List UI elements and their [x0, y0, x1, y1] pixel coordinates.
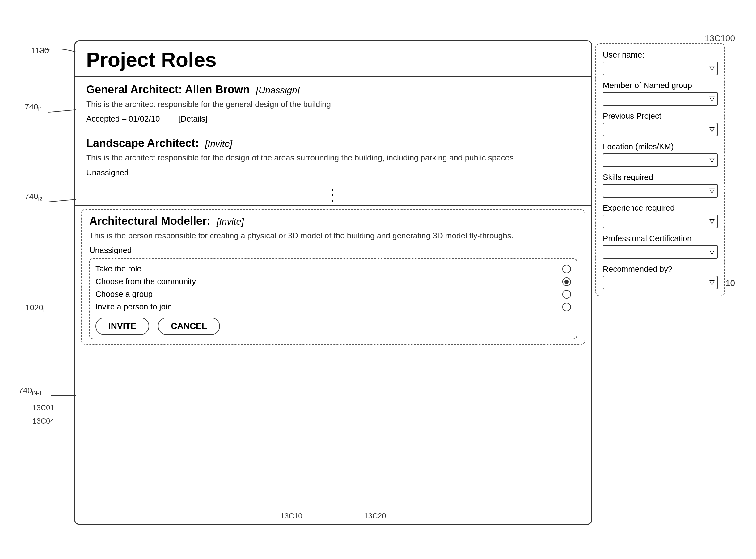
role-card-2: Landscape Architect: [Invite] This is th…: [75, 131, 591, 184]
filter-field-experience: Experience required ▽: [603, 203, 718, 228]
role1-details[interactable]: [Details]: [179, 114, 208, 124]
chevron-down-icon-8: ▽: [709, 278, 715, 287]
filter-field-certification: Professional Certification ▽: [603, 234, 718, 259]
filter-dropdown-certification[interactable]: ▽: [603, 245, 718, 259]
role1-action[interactable]: [Unassign]: [256, 85, 300, 95]
role3-header: Architectural Modeller: [Invite]: [89, 215, 577, 227]
annotation-line-1020: [51, 312, 75, 312]
filter-dropdown-group[interactable]: ▽: [603, 92, 718, 106]
filter-dropdown-project[interactable]: ▽: [603, 123, 718, 136]
role3-status: Unassigned: [89, 245, 577, 255]
role-card-3-outer: Architectural Modeller: [Invite] This is…: [75, 206, 591, 507]
invite-option-2-label: Choose from the community: [95, 277, 196, 286]
annotation-740i2: 740i2: [25, 192, 42, 202]
radio-4: [562, 303, 571, 311]
invite-option-4[interactable]: Invite a person to join: [95, 300, 571, 313]
role1-status: Accepted – 01/02/10: [86, 114, 160, 124]
invite-buttons: INVITE CANCEL: [95, 317, 571, 335]
annotation-740i1: 740i1: [25, 102, 42, 113]
main-container: Project Roles General Architect: Allen B…: [74, 40, 725, 525]
panel-bottom-labels: 13C10 13C20: [75, 509, 591, 523]
filter-label-certification: Professional Certification: [603, 234, 718, 243]
annotation-line-740i1: [48, 109, 76, 113]
invite-option-1[interactable]: Take the role: [95, 263, 571, 275]
chevron-down-icon-4: ▽: [709, 156, 715, 164]
invite-option-1-label: Take the role: [95, 264, 142, 274]
radio-3: [562, 290, 571, 299]
annotation-line-740iN1: [51, 395, 76, 396]
filter-label-skills: Skills required: [603, 173, 718, 182]
role3-title: Architectural Modeller:: [89, 215, 210, 227]
filter-field-project: Previous Project ▽: [603, 111, 718, 136]
radio-2: [562, 277, 571, 286]
filter-label-group: Member of Named group: [603, 81, 718, 90]
filter-dropdown-skills[interactable]: ▽: [603, 184, 718, 198]
radio-1: [562, 265, 571, 273]
filter-field-skills: Skills required ▽: [603, 173, 718, 198]
annotation-1020: 1020i: [25, 303, 45, 314]
panel-title: Project Roles: [75, 41, 591, 77]
annotation-curve-1130: [39, 46, 76, 58]
invite-option-4-label: Invite a person to join: [95, 302, 172, 312]
role3-action[interactable]: [Invite]: [217, 217, 244, 227]
chevron-down-icon-2: ▽: [709, 95, 715, 103]
role2-desc: This is the architect responsible for th…: [86, 152, 580, 163]
role2-header: Landscape Architect: [Invite]: [86, 137, 580, 150]
chevron-down-icon-7: ▽: [709, 248, 715, 256]
filter-label-experience: Experience required: [603, 203, 718, 213]
filter-label-project: Previous Project: [603, 111, 718, 121]
label-13C20: 13C20: [364, 512, 386, 520]
annotation-line-740i2: [48, 199, 76, 202]
chevron-down-icon-3: ▽: [709, 126, 715, 134]
invite-panel: Take the role Choose from the community: [89, 258, 577, 339]
role-card-3-dashed: Architectural Modeller: [Invite] This is…: [81, 209, 585, 345]
role2-status: Unassigned: [86, 168, 580, 177]
annotation-740iN1: 740iN-1: [19, 386, 42, 397]
role1-status-row: Accepted – 01/02/10 [Details]: [86, 114, 580, 124]
annotation-13C04: 13C04: [32, 417, 54, 425]
annotation-line-100: [688, 38, 713, 38]
role3-desc: This is the person responsible for creat…: [89, 230, 577, 241]
role1-title: General Architect: Allen Brown: [86, 83, 250, 96]
role2-title: Landscape Architect:: [86, 137, 199, 150]
role2-action[interactable]: [Invite]: [205, 138, 232, 149]
invite-button[interactable]: INVITE: [95, 317, 149, 335]
chevron-down-icon-5: ▽: [709, 187, 715, 195]
role1-header: General Architect: Allen Brown [Unassign…: [86, 83, 580, 96]
filter-field-location: Location (miles/KM) ▽: [603, 142, 718, 167]
filter-field-recommended: Recommended by? ▽: [603, 264, 718, 289]
filter-label-recommended: Recommended by?: [603, 264, 718, 274]
invite-option-2[interactable]: Choose from the community: [95, 275, 571, 288]
filter-dropdown-recommended[interactable]: ▽: [603, 276, 718, 289]
filter-panel: User name: ▽ Member of Named group ▽ Pre…: [595, 43, 725, 296]
filter-field-username: User name: ▽: [603, 50, 718, 75]
label-13C10: 13C10: [281, 512, 303, 520]
filter-dropdown-location[interactable]: ▽: [603, 153, 718, 167]
filter-dropdown-username[interactable]: ▽: [603, 62, 718, 75]
filter-dropdown-experience[interactable]: ▽: [603, 215, 718, 228]
invite-option-3[interactable]: Choose a group: [95, 288, 571, 300]
annotation-13C01: 13C01: [32, 403, 54, 412]
main-panel: Project Roles General Architect: Allen B…: [74, 40, 592, 525]
chevron-down-icon-1: ▽: [709, 64, 715, 72]
filter-label-location: Location (miles/KM): [603, 142, 718, 152]
dots-separator: ⋮: [75, 184, 591, 206]
cancel-button[interactable]: CANCEL: [158, 317, 220, 335]
filter-label-username: User name:: [603, 50, 718, 60]
role-card-1: General Architect: Allen Brown [Unassign…: [75, 77, 591, 131]
chevron-down-icon-6: ▽: [709, 217, 715, 225]
invite-option-3-label: Choose a group: [95, 289, 152, 299]
role1-desc: This is the architect responsible for th…: [86, 98, 580, 110]
filter-field-group: Member of Named group ▽: [603, 81, 718, 106]
